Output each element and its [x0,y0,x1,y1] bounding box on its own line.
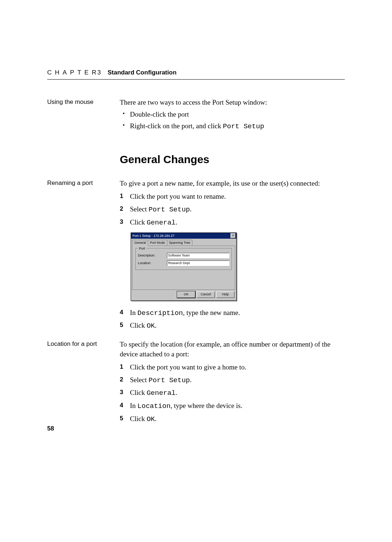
margin-note-using-mouse: Using the mouse [47,98,120,106]
body-using-mouse: There are two ways to access the Port Se… [120,98,345,134]
step-item: 5Click OK. [120,321,345,331]
ok-button[interactable]: OK [177,291,195,298]
location-input[interactable]: Research Dept [167,260,229,266]
step-item: 5Click OK. [120,414,345,424]
section-heading: General Changes [120,152,345,167]
step-item: 2Select Port Setup. [120,205,345,215]
description-label: Description: [138,253,167,258]
body-location: To specify the location (for example, an… [120,340,345,427]
chapter-label: CHAPTER [47,69,99,76]
port-setup-dialog: Port 1 Setup - 172.29.184.27 × General P… [131,232,237,301]
step-item: 1Click the port you want to give a home … [120,363,345,372]
page-number: 58 [47,425,54,432]
group-title: Port [138,246,146,251]
steps-list-continued: 4In Description, type the new name. 5Cli… [120,308,345,331]
margin-note-renaming: Renaming a port [47,179,120,187]
location-label: Location: [138,261,167,266]
step-item: 4In Description, type the new name. [120,308,345,318]
cancel-button[interactable]: Cancel [197,291,215,298]
dialog-title: Port 1 Setup - 172.29.184.27 [132,234,175,238]
dialog-buttons: OK Cancel Help [132,290,235,299]
steps-list: 1Click the port you want to give a home … [120,363,345,424]
tab-spanning-tree[interactable]: Spanning Tree [167,240,193,246]
steps-list: 1Click the port you want to rename. 2Sel… [120,192,345,227]
bullet-item: Double-click the port [120,110,345,120]
tab-general[interactable]: General [132,240,148,246]
chapter-title: Standard Configuration [107,69,176,76]
close-icon[interactable]: × [230,233,236,238]
port-group: Port Description: Software Team Location… [135,248,232,270]
dialog-screenshot: Port 1 Setup - 172.29.184.27 × General P… [131,232,345,301]
page-content: CHAPTER3 Standard Configuration Using th… [47,69,345,430]
intro-text: To give a port a new name, for example, … [120,179,345,189]
step-item: 3Click General. [120,218,345,228]
step-item: 3Click General. [120,388,345,398]
tab-port-mode[interactable]: Port Mode [148,240,167,246]
chapter-number: 3 [97,69,101,76]
description-input[interactable]: Software Team [167,253,229,258]
intro-text: To specify the location (for example, an… [120,340,345,359]
step-item: 4In Location, type where the device is. [120,401,345,411]
bullet-list: Double-click the port Right-click on the… [120,110,345,132]
step-item: 2Select Port Setup. [120,375,345,385]
running-head: CHAPTER3 Standard Configuration [47,69,345,80]
dialog-titlebar: Port 1 Setup - 172.29.184.27 × [131,233,236,239]
help-button[interactable]: Help [216,291,234,298]
margin-note-location: Location for a port [47,340,120,348]
dialog-tabs: General Port Mode Spanning Tree [132,240,235,246]
bullet-item: Right-click on the port, and click Port … [120,121,345,132]
intro-text: There are two ways to access the Port Se… [120,98,345,108]
step-item: 1Click the port you want to rename. [120,192,345,202]
body-renaming: To give a port a new name, for example, … [120,179,345,334]
